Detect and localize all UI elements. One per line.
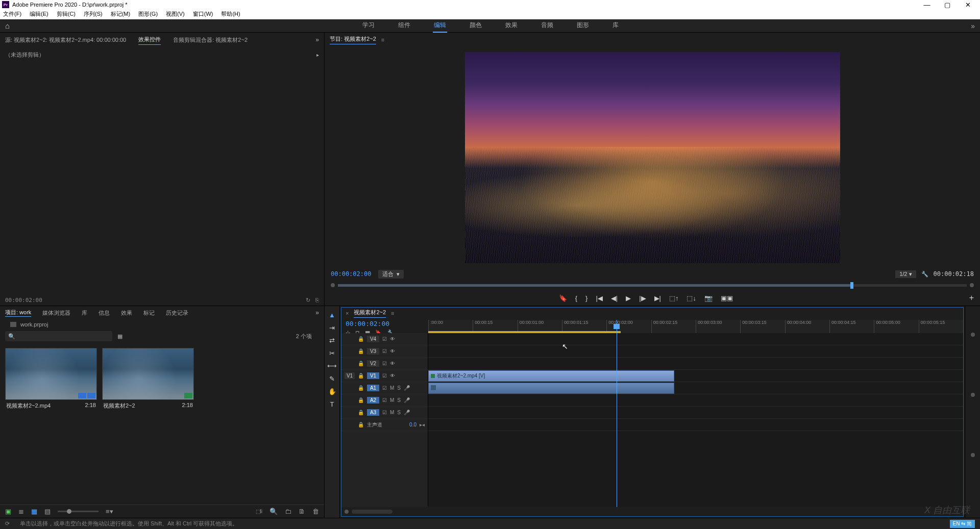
track-header-a2[interactable]: 🔒A2☑MS🎤 (341, 394, 428, 407)
sort-icon[interactable]: ≡▾ (106, 508, 113, 515)
toggle-track-output-icon[interactable]: 👁 (390, 348, 395, 354)
timeline-sequence-tab[interactable]: 视频素材2~2 (354, 309, 386, 318)
wrench-icon[interactable]: 🔧 (921, 271, 928, 278)
maximize-button[interactable]: ▢ (937, 1, 958, 9)
mark-out-button[interactable]: } (585, 294, 587, 302)
slip-tool-icon[interactable]: ⟷ (327, 362, 337, 370)
search-input[interactable]: 🔍 (5, 331, 112, 341)
lock-icon[interactable]: 🔒 (358, 348, 364, 354)
resolution-select[interactable]: 1/2 ▾ (895, 270, 916, 278)
lock-icon[interactable]: 🔒 (358, 397, 364, 403)
zoom-dot[interactable] (971, 393, 975, 397)
ripple-edit-tool-icon[interactable]: ⇄ (329, 337, 335, 344)
icon-view-icon[interactable]: ▦ (31, 508, 37, 515)
timeline-timecode[interactable]: 00:00:02:00 (346, 320, 428, 328)
toggle-sync-lock-icon[interactable]: ☑ (382, 385, 387, 391)
ws-tab-graphics[interactable]: 图形 (576, 19, 590, 33)
minimize-button[interactable]: — (917, 1, 937, 9)
lift-button[interactable]: ⬚↑ (669, 294, 679, 302)
export-frame-button[interactable]: 📷 (704, 294, 713, 302)
ws-tab-editing[interactable]: 编辑 (433, 19, 447, 33)
lock-icon[interactable]: 🔒 (358, 336, 364, 342)
mute-icon[interactable]: M (390, 385, 394, 391)
track-header-v2[interactable]: 🔒V2☑👁 (341, 358, 428, 370)
go-to-in-button[interactable]: |◀ (596, 294, 602, 302)
track-header-v4[interactable]: 🔒V4☑👁 (341, 333, 428, 345)
track-header-a1[interactable]: 🔒A1☑MS🎤 (341, 382, 428, 394)
go-to-out-button[interactable]: ▶| (654, 294, 661, 302)
list-view-icon[interactable]: ≣ (18, 508, 24, 515)
toggle-track-output-icon[interactable]: ↻ (306, 297, 310, 304)
freeform-view-icon[interactable]: ▧ (44, 508, 51, 515)
add-marker-button[interactable]: 🔖 (559, 294, 567, 302)
mark-in-button[interactable]: { (575, 294, 577, 302)
lock-icon[interactable]: 🔒 (358, 410, 364, 415)
pen-tool-icon[interactable]: ✎ (329, 375, 335, 383)
play-button[interactable]: ▶ (626, 294, 631, 302)
scrub-bar[interactable] (338, 284, 967, 287)
solo-icon[interactable]: S (397, 397, 401, 403)
ws-tab-color[interactable]: 颜色 (469, 19, 483, 33)
filter-icon[interactable]: ▦ (117, 333, 122, 340)
menu-help[interactable]: 帮助(H) (221, 10, 240, 18)
find-icon[interactable]: 🔍 (270, 508, 278, 515)
program-monitor[interactable] (465, 52, 840, 263)
timeline-ruler[interactable]: :00:00 00:00:15 00:00:01:00 00:00:01:15 … (428, 320, 963, 334)
ws-tab-audio[interactable]: 音频 (540, 19, 554, 33)
menu-clip[interactable]: 剪辑(C) (57, 10, 76, 18)
voice-over-icon[interactable]: 🎤 (404, 385, 410, 391)
toggle-sync-lock-icon[interactable]: ☑ (382, 348, 387, 354)
panel-overflow-icon[interactable]: » (315, 309, 319, 316)
toggle-track-output-icon[interactable]: 👁 (390, 361, 395, 366)
video-clip[interactable]: 视频素材2~2.mp4 [V] (428, 370, 674, 382)
automate-to-sequence-icon[interactable]: ⬚li (256, 509, 262, 514)
ws-overflow-icon[interactable]: » (971, 22, 975, 30)
program-tab[interactable]: 节目: 视频素材2~2 (330, 35, 376, 44)
mute-icon[interactable]: M (390, 397, 394, 403)
mute-icon[interactable]: M (390, 410, 394, 415)
track-header-master[interactable]: 🔒主声道0.0▸◂ (341, 419, 428, 431)
toggle-track-output-icon[interactable]: 👁 (390, 336, 395, 342)
tab-library[interactable]: 库 (82, 309, 87, 317)
zoom-dot[interactable] (971, 453, 975, 457)
delete-icon[interactable]: 🗑 (312, 508, 319, 515)
toggle-sync-lock-icon[interactable]: ☑ (382, 336, 387, 342)
lock-icon[interactable]: 🔒 (358, 422, 364, 427)
comparison-view-button[interactable]: ▣▣ (721, 294, 733, 302)
audio-clip[interactable] (428, 383, 674, 394)
toggle-sync-lock-icon[interactable]: ☑ (382, 361, 387, 366)
tab-effect-controls[interactable]: 效果控件 (138, 35, 161, 45)
tab-source[interactable]: 源: 视频素材2~2: 视频素材2~2.mp4: 00:00:00:00 (5, 35, 126, 45)
tab-project[interactable]: 项目: work (5, 309, 31, 317)
ws-tab-effects[interactable]: 效果 (504, 19, 519, 33)
toggle-sync-lock-icon[interactable]: ☑ (382, 410, 387, 415)
track-header-v1[interactable]: V1🔒V1☑👁 (341, 370, 428, 382)
type-tool-icon[interactable]: T (330, 400, 334, 408)
track-header-v3[interactable]: 🔒V3☑👁 (341, 345, 428, 358)
track-select-tool-icon[interactable]: ⇥ (329, 324, 335, 332)
playhead[interactable] (614, 324, 620, 329)
horizontal-scrollbar[interactable] (352, 510, 393, 514)
extract-button[interactable]: ⬚↓ (687, 294, 696, 302)
source-settings-icon[interactable]: ⎘ (315, 297, 319, 304)
tab-markers[interactable]: 标记 (143, 309, 155, 317)
tab-effects[interactable]: 效果 (121, 309, 132, 317)
ws-tab-library[interactable]: 库 (611, 19, 620, 33)
step-forward-button[interactable]: |▶ (639, 294, 646, 302)
lock-icon[interactable]: 🔒 (358, 361, 364, 366)
expand-icon[interactable]: ▸ (316, 52, 319, 58)
zoom-dot[interactable] (971, 333, 975, 337)
zoom-fit-select[interactable]: 适合▾ (378, 270, 404, 279)
ime-indicator[interactable]: EN ⇆ 简 (950, 520, 975, 528)
media-item[interactable]: 视频素材2~2.mp4 2:18 (5, 348, 97, 412)
tab-history[interactable]: 历史记录 (166, 309, 188, 317)
hand-tool-icon[interactable]: ✋ (328, 388, 336, 395)
lock-icon[interactable]: 🔒 (358, 373, 364, 379)
menu-file[interactable]: 文件(F) (3, 10, 21, 18)
panel-overflow-icon[interactable]: » (315, 36, 319, 43)
menu-graphics[interactable]: 图形(G) (138, 10, 158, 18)
toggle-sync-lock-icon[interactable]: ☑ (382, 373, 387, 379)
menu-window[interactable]: 窗口(W) (193, 10, 213, 18)
menu-marker[interactable]: 标记(M) (111, 10, 131, 18)
ws-tab-assembly[interactable]: 组件 (397, 19, 411, 33)
